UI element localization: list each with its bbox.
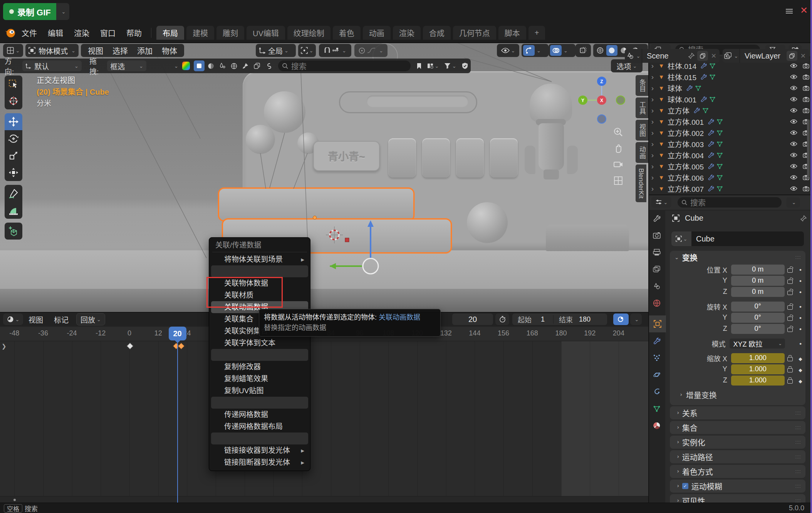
tab-modifiers[interactable] bbox=[648, 332, 665, 349]
scale-tool[interactable] bbox=[5, 147, 22, 164]
sphere-falloff-button[interactable] bbox=[205, 60, 216, 71]
viewport-menu-item[interactable]: 添加 bbox=[133, 45, 157, 56]
panel-grip[interactable]: ········ bbox=[795, 469, 801, 474]
workspace-tab[interactable]: 渲染 bbox=[393, 26, 421, 40]
grid-toggle-icon[interactable] bbox=[613, 176, 623, 186]
outliner-row[interactable]: › ▼ 球体.001 bbox=[648, 94, 812, 105]
expand-chevron-icon[interactable]: › bbox=[648, 151, 657, 159]
timeline-editor-type[interactable]: ⌄ bbox=[3, 314, 23, 325]
visibility-eye-icon[interactable] bbox=[787, 175, 800, 180]
outliner-row[interactable]: › ▼ 柱体.015 bbox=[648, 71, 812, 82]
cursor-tool[interactable] bbox=[5, 92, 22, 109]
workspace-tab[interactable]: 建模 bbox=[186, 26, 214, 40]
expand-chevron-icon[interactable]: › bbox=[648, 162, 657, 171]
keying-dropdown[interactable]: ⌄ bbox=[630, 314, 642, 325]
mode-selector[interactable]: 物体模式 ⌄ bbox=[25, 44, 79, 57]
camera-view-icon[interactable] bbox=[613, 159, 623, 169]
visibility-eye-icon[interactable] bbox=[787, 108, 800, 113]
pin-icon[interactable] bbox=[688, 52, 695, 59]
move-tool[interactable] bbox=[5, 113, 22, 130]
visibility-eye-icon[interactable] bbox=[787, 63, 800, 68]
select-tool-setting-button[interactable] bbox=[194, 60, 205, 71]
lock-icon[interactable] bbox=[787, 317, 793, 321]
start-frame-field[interactable]: 1 bbox=[541, 315, 545, 324]
menubar-item[interactable]: 帮助 bbox=[121, 27, 147, 39]
zoom-icon[interactable] bbox=[613, 127, 623, 137]
playback-menu[interactable]: 回放⌄ bbox=[76, 313, 105, 325]
keyframe-indicator[interactable] bbox=[796, 339, 805, 348]
record-gif-dropdown[interactable]: ⌄ bbox=[56, 3, 69, 20]
delta-transform-header[interactable]: ⌄ 增量变换 bbox=[670, 388, 805, 401]
expand-chevron-icon[interactable]: › bbox=[648, 173, 657, 182]
npanel-tab[interactable]: 条目 bbox=[636, 75, 648, 96]
editor-type-selector[interactable]: ⌄ bbox=[3, 44, 23, 57]
transform-value-field[interactable]: 0°⌄ bbox=[731, 302, 785, 312]
transform-value-field[interactable]: 0 m⌄ bbox=[731, 276, 785, 286]
viewport-menu-item[interactable]: 物体 bbox=[157, 45, 182, 56]
keyframe-indicator[interactable] bbox=[795, 354, 805, 362]
object-type-dropdown[interactable]: ⌄ bbox=[671, 231, 691, 246]
orientation-dropdown[interactable]: 默认 ⌄ bbox=[22, 60, 82, 71]
pin-icon[interactable] bbox=[800, 215, 807, 222]
expand-chevron-icon[interactable]: › bbox=[648, 84, 657, 92]
menubar-item[interactable]: 文件 bbox=[16, 27, 42, 39]
panel-grip[interactable]: ········ bbox=[795, 440, 801, 444]
workspace-tab[interactable]: UV编辑 bbox=[247, 26, 285, 40]
tab-object[interactable] bbox=[648, 315, 666, 332]
lock-icon[interactable] bbox=[787, 268, 793, 273]
keyframe-indicator[interactable] bbox=[795, 276, 805, 285]
panel-grip[interactable]: ········ bbox=[795, 411, 801, 415]
lock-icon[interactable] bbox=[787, 280, 793, 284]
tab-tool[interactable] bbox=[648, 210, 665, 227]
context-menu-item[interactable]: 传递网格数据 bbox=[211, 409, 308, 421]
add-primitive-tool[interactable] bbox=[5, 223, 22, 240]
window-menu-button[interactable] bbox=[784, 6, 794, 16]
visibility-eye-icon[interactable] bbox=[787, 141, 800, 146]
transform-value-field[interactable]: 1.000⌄ bbox=[731, 364, 785, 374]
visibility-eye-icon[interactable] bbox=[787, 164, 800, 169]
wireframe-shading-button[interactable] bbox=[595, 45, 606, 56]
viewport-menu-item[interactable]: 视图 bbox=[83, 45, 108, 56]
collapsed-panel[interactable]: ⌄ 实例化 ········ bbox=[670, 436, 805, 449]
outliner-row[interactable]: › ▼ 立方体.001 bbox=[648, 116, 812, 127]
keyframe-indicator[interactable] bbox=[795, 302, 805, 311]
auto-keying-button[interactable] bbox=[613, 314, 629, 325]
outliner-row[interactable]: › ▼ 立方体 bbox=[648, 105, 812, 116]
pan-hand-icon[interactable] bbox=[613, 143, 623, 153]
outliner-row[interactable]: › ▼ 立方体.006 bbox=[648, 172, 812, 183]
menubar-item[interactable]: 编辑 bbox=[42, 27, 69, 39]
expand-chevron-icon[interactable]: › bbox=[648, 184, 657, 193]
expand-chevron-icon[interactable]: › bbox=[648, 117, 657, 126]
tab-render[interactable] bbox=[648, 227, 665, 244]
transform-value-field[interactable]: 0 m⌄ bbox=[731, 265, 785, 275]
viewlayer-selector[interactable]: ⌄ ViewLayer ✕ bbox=[723, 49, 809, 63]
collapsed-panel[interactable]: ⌄ ✓ 运动模糊 ········ bbox=[670, 479, 805, 493]
viewport-3d[interactable]: 青小青~ bbox=[0, 42, 648, 312]
remove-viewlayer-button[interactable]: ✕ bbox=[800, 52, 806, 60]
duplicate-icon[interactable] bbox=[252, 60, 262, 71]
copy-settings-button[interactable]: ⌄ bbox=[425, 60, 441, 71]
npanel-tab[interactable]: 工具 bbox=[636, 97, 648, 118]
properties-search-input[interactable]: 搜索 bbox=[678, 197, 782, 208]
panel-grip[interactable]: ········ bbox=[795, 255, 801, 260]
blender-logo-icon[interactable] bbox=[5, 27, 16, 39]
visibility-eye-icon[interactable] bbox=[787, 97, 800, 102]
transform-value-field[interactable]: 1.000⌄ bbox=[731, 353, 785, 363]
chevron-down-icon[interactable]: ⌄ bbox=[174, 63, 178, 69]
context-menu-item[interactable]: 复制修改器 bbox=[211, 361, 308, 373]
panel-grip[interactable]: ········ bbox=[795, 484, 801, 488]
expand-chevron-icon[interactable]: › bbox=[648, 106, 657, 115]
stopwatch-icon[interactable] bbox=[495, 314, 509, 325]
lock-icon[interactable] bbox=[787, 305, 793, 310]
keyframe-indicator[interactable] bbox=[795, 313, 805, 322]
timeline-menu-item[interactable]: 标记 bbox=[49, 314, 74, 325]
context-menu-item[interactable] bbox=[211, 433, 308, 444]
transform-value-field[interactable]: XYZ 欧拉⌄ bbox=[730, 339, 785, 349]
transform-tool[interactable] bbox=[5, 164, 22, 181]
measure-tool[interactable] bbox=[5, 202, 22, 219]
context-menu-item[interactable] bbox=[211, 349, 308, 361]
lock-icon[interactable] bbox=[787, 328, 793, 332]
workspace-tab[interactable]: 布局 bbox=[156, 26, 184, 40]
collapsed-panel[interactable]: ⌄ 集合 ········ bbox=[670, 421, 805, 434]
workspace-tab[interactable]: 脚本 bbox=[498, 26, 526, 40]
